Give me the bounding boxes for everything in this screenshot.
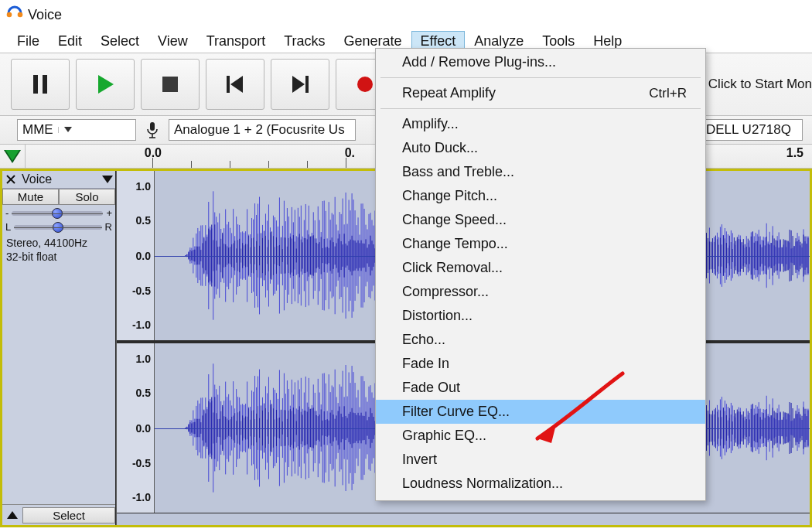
select-track-button[interactable]: Select [22,507,115,523]
menu-item-accelerator: Ctrl+R [649,86,687,101]
recording-device-value: Analogue 1 + 2 (Focusrite Us [174,122,345,138]
window-title-bar: Voice [0,0,812,29]
svg-rect-5 [162,77,178,92]
effect-item-fade-in[interactable]: Fade In [376,352,705,376]
chevron-down-icon [58,127,74,133]
skip-start-button[interactable] [206,59,264,110]
mute-button[interactable]: Mute [2,189,59,205]
menu-separator [380,77,701,78]
effect-item-change-pitch[interactable]: Change Pitch... [376,184,705,208]
menu-view[interactable]: View [148,31,197,52]
track-control-panel: Voice Mute Solo - + L R Stereo, 44100Hz … [2,171,116,525]
effect-item-add-remove-plug-ins[interactable]: Add / Remove Plug-ins... [376,50,705,74]
svg-marker-4 [98,75,114,94]
gain-minus-label: - [5,207,9,219]
svg-marker-8 [292,76,305,93]
menu-item-label: Amplify... [402,116,459,132]
monitor-hint-text: Click to Start Mon [708,77,812,92]
svg-rect-9 [305,76,309,93]
menu-item-label: Click Removal... [402,260,503,276]
svg-rect-14 [150,122,155,131]
menu-item-label: Fade In [402,356,449,372]
playhead-handle[interactable] [0,145,26,168]
ruler-label-0: 0.0 [145,146,163,160]
menu-item-label: Invert [402,452,437,468]
menu-item-label: Add / Remove Plug-ins... [402,54,556,70]
effect-item-click-removal[interactable]: Click Removal... [376,256,705,280]
menu-item-label: Fade Out [402,380,460,396]
microphone-icon [144,121,161,138]
effect-item-auto-duck[interactable]: Auto Duck... [376,136,705,160]
effect-item-repeat-amplify[interactable]: Repeat AmplifyCtrl+R [376,81,705,105]
ruler-label-15: 1.5 [786,146,805,160]
svg-marker-13 [64,127,72,132]
menu-item-label: Change Tempo... [402,236,508,252]
menu-file[interactable]: File [8,31,49,52]
close-track-button[interactable] [2,171,19,188]
menu-item-label: Echo... [402,332,445,348]
menu-item-label: Distortion... [402,308,473,324]
skip-end-button[interactable] [271,59,329,110]
effect-item-change-tempo[interactable]: Change Tempo... [376,232,705,256]
pan-left-label: L [5,221,11,233]
effect-item-filter-curve-eq[interactable]: Filter Curve EQ... [376,400,705,424]
effect-item-echo[interactable]: Echo... [376,328,705,352]
svg-point-1 [18,12,23,17]
effect-item-distortion[interactable]: Distortion... [376,304,705,328]
menu-item-label: Filter Curve EQ... [402,404,510,420]
menu-item-label: Compressor... [402,284,489,300]
svg-marker-7 [230,76,243,93]
track-dropdown-button[interactable] [100,176,115,183]
menu-item-label: Loudness Normalization... [402,476,563,492]
audio-host-value: MME [22,122,53,138]
pan-right-label: R [105,221,112,233]
gain-plus-label: + [106,207,112,219]
svg-rect-3 [43,75,47,94]
menu-item-label: Bass and Treble... [402,164,514,180]
effect-item-invert[interactable]: Invert [376,448,705,472]
svg-point-10 [357,77,373,92]
app-icon [6,5,23,26]
menu-item-label: Change Speed... [402,212,507,228]
pause-button[interactable] [11,59,70,110]
solo-button[interactable]: Solo [59,189,115,205]
track-name[interactable]: Voice [19,172,100,187]
menu-item-label: Graphic EQ... [402,428,486,444]
effect-item-change-speed[interactable]: Change Speed... [376,208,705,232]
vertical-scale: 1.0 0.5 0.0 -0.5 -1.0 [117,171,155,340]
playback-device-value: DELL U2718Q [706,122,791,138]
play-button[interactable] [76,59,135,110]
effect-item-compressor[interactable]: Compressor... [376,280,705,304]
effect-item-fade-out[interactable]: Fade Out [376,376,705,400]
menu-separator [380,108,701,109]
effect-item-amplify[interactable]: Amplify... [376,112,705,136]
track-format-label: Stereo, 44100Hz 32-bit float [2,233,115,268]
window-title: Voice [28,7,62,23]
collapse-track-button[interactable] [2,505,22,525]
menu-item-label: Auto Duck... [402,140,478,156]
effect-item-graphic-eq[interactable]: Graphic EQ... [376,424,705,448]
effect-item-loudness-normalization[interactable]: Loudness Normalization... [376,472,705,496]
audio-host-combo[interactable]: MME [17,119,136,141]
svg-point-0 [7,12,12,17]
vertical-scale: 1.0 0.5 0.0 -0.5 -1.0 [117,343,155,513]
effect-item-bass-and-treble[interactable]: Bass and Treble... [376,160,705,184]
menu-tracks[interactable]: Tracks [275,31,334,52]
menu-item-label: Change Pitch... [402,188,497,204]
recording-device-combo[interactable]: Analogue 1 + 2 (Focusrite Us [169,119,356,141]
menu-edit[interactable]: Edit [49,31,91,52]
menu-select[interactable]: Select [91,31,148,52]
menu-item-label: Repeat Amplify [402,85,496,101]
effect-menu-popup: Add / Remove Plug-ins...Repeat AmplifyCt… [375,48,706,501]
svg-rect-6 [227,76,230,93]
menu-transport[interactable]: Transport [197,31,275,52]
svg-rect-2 [33,75,38,94]
pan-slider[interactable]: L R [2,219,115,233]
playback-device-combo[interactable]: DELL U2718Q [701,119,803,141]
stop-button[interactable] [141,59,200,110]
gain-slider[interactable]: - + [2,205,115,219]
